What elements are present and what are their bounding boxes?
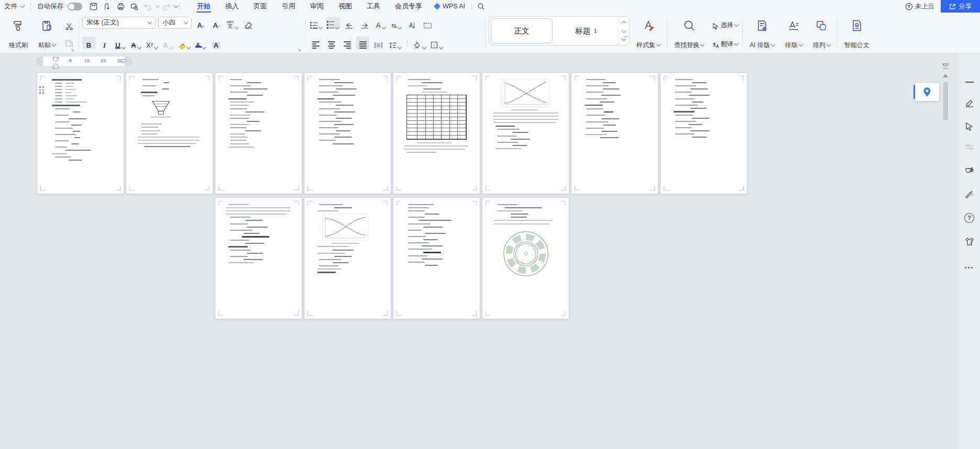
page-thumbnail-1[interactable] [37, 72, 124, 194]
strikethrough-button[interactable]: A [129, 37, 142, 49]
bullet-list-button[interactable] [309, 17, 323, 29]
tab-4[interactable]: 审阅 [303, 0, 331, 13]
pinyin-guide-button[interactable]: wén文 [226, 17, 239, 29]
smart-doc-button[interactable]: 智能公文 [841, 15, 873, 51]
cut-button[interactable] [62, 19, 75, 31]
more-tools-button[interactable]: ••• [964, 262, 975, 273]
tab-0[interactable]: 开始 [190, 0, 218, 13]
superscript-button[interactable]: X² [145, 37, 159, 49]
document-area[interactable]: 8162432 [0, 53, 959, 449]
page-thumbnail-12[interactable] [482, 197, 569, 319]
redo-dropdown-icon[interactable] [174, 3, 178, 7]
page-thumbnail-4[interactable] [304, 72, 391, 194]
page-thumbnail-3[interactable] [215, 72, 302, 194]
style-set-button[interactable]: 样式集 [633, 15, 664, 51]
italic-button[interactable]: I [98, 37, 111, 49]
redo-button[interactable] [159, 0, 173, 13]
layout-button[interactable]: 排版 [781, 15, 806, 51]
help-button[interactable]: ? [964, 212, 975, 223]
find-replace-button[interactable]: 查找替换 [670, 15, 708, 51]
scroll-up-arrow[interactable] [943, 74, 948, 77]
text-effects-button[interactable]: A [161, 37, 174, 49]
export-pdf-button[interactable] [100, 0, 114, 13]
copy-button[interactable] [62, 36, 75, 48]
font-name-select[interactable]: 宋体 (正文) [82, 17, 156, 29]
page-thumbnail-11[interactable] [393, 197, 480, 319]
highlight-color-button[interactable] [177, 37, 191, 49]
increase-indent-button[interactable] [358, 17, 371, 29]
align-left-button[interactable] [309, 37, 322, 49]
page-thumbnail-7[interactable] [571, 72, 658, 194]
eye-protection-button[interactable] [964, 164, 975, 176]
horizontal-ruler[interactable]: 8162432 [36, 57, 133, 66]
grow-font-button[interactable]: A+ [194, 17, 207, 29]
shading-button[interactable] [412, 37, 427, 49]
skin-settings-button[interactable] [964, 235, 975, 247]
page-thumbnail-8[interactable] [660, 72, 747, 194]
wps-ai-button[interactable]: WPS AI [430, 0, 469, 13]
text-direction-button[interactable]: A [374, 17, 387, 29]
search-button[interactable] [474, 0, 488, 13]
text-frame-button[interactable] [421, 17, 434, 29]
distribute-button[interactable] [372, 37, 385, 49]
ai-layout-button[interactable]: AI 排版 [746, 15, 778, 51]
collapse-ribbon-button[interactable] [964, 76, 975, 88]
cloud-status[interactable]: 未上云 [899, 2, 941, 11]
file-menu[interactable]: 文件 [0, 0, 28, 13]
autosave-toggle[interactable] [68, 3, 82, 10]
vertical-scrollbar[interactable] [941, 63, 950, 120]
gallery-up-icon[interactable] [622, 20, 626, 25]
share-button[interactable]: 分享 [941, 0, 980, 13]
page-thumbnail-9[interactable] [215, 197, 302, 319]
save-button[interactable] [86, 0, 100, 13]
character-scale-button[interactable]: ⇆ [390, 17, 403, 29]
borders-button[interactable] [430, 37, 444, 49]
tab-2[interactable]: 页面 [246, 0, 274, 13]
annotate-pen-button[interactable] [964, 97, 975, 109]
sort-button[interactable] [405, 17, 419, 29]
tab-3[interactable]: 引用 [274, 0, 303, 13]
justify-button[interactable] [356, 37, 369, 49]
tab-6[interactable]: 工具 [359, 0, 388, 13]
hanging-indent-marker[interactable] [53, 61, 59, 71]
font-size-select[interactable]: 小四 [158, 17, 192, 29]
right-indent-marker[interactable] [121, 56, 126, 65]
tab-5[interactable]: 视图 [331, 0, 359, 13]
print-button[interactable] [114, 0, 127, 13]
paste-button[interactable]: 粘贴 [35, 15, 59, 51]
translate-button[interactable]: 翻译 [711, 37, 739, 49]
underline-button[interactable]: U [114, 37, 127, 49]
location-pin-card[interactable] [915, 83, 939, 101]
font-dialog-launcher[interactable]: ↘ [297, 47, 301, 52]
tab-1[interactable]: 插入 [218, 0, 246, 13]
autosave-control[interactable]: 自动保存 [33, 0, 86, 13]
align-right-button[interactable] [340, 37, 354, 49]
page-thumbnail-5[interactable] [393, 72, 480, 194]
style-heading1[interactable]: 标题1 [554, 17, 618, 45]
line-spacing-button[interactable] [388, 37, 402, 49]
gallery-down-icon[interactable] [622, 29, 626, 33]
adjust-settings-button[interactable] [964, 141, 975, 153]
scrollbar-thumb[interactable] [943, 82, 948, 120]
bold-button[interactable]: B [82, 37, 95, 49]
tab-7[interactable]: 会员专享 [388, 0, 430, 13]
numbered-list-button[interactable] [326, 17, 340, 29]
select-button[interactable]: 选择 [711, 18, 739, 30]
align-center-button[interactable] [325, 37, 338, 49]
gallery-expand-icon[interactable] [622, 37, 626, 41]
character-shading-button[interactable]: A [210, 37, 223, 49]
shrink-font-button[interactable]: A− [210, 17, 223, 29]
smart-beautify-button[interactable] [964, 188, 975, 200]
decrease-indent-button[interactable] [343, 17, 356, 29]
clipboard-dialog-launcher[interactable]: ↘ [70, 47, 74, 52]
page-jump-icon[interactable] [942, 63, 949, 70]
font-color-button[interactable]: A [194, 37, 207, 49]
style-normal[interactable]: 正文 [491, 18, 553, 43]
clear-format-button[interactable] [242, 17, 255, 29]
print-preview-button[interactable] [127, 0, 141, 13]
page-thumbnail-6[interactable] [482, 72, 569, 194]
format-painter-button[interactable]: 格式刷 [5, 15, 31, 51]
arrange-button[interactable]: 排列 [809, 15, 834, 51]
undo-button[interactable] [141, 0, 155, 13]
page-thumbnail-2[interactable] [126, 72, 213, 194]
